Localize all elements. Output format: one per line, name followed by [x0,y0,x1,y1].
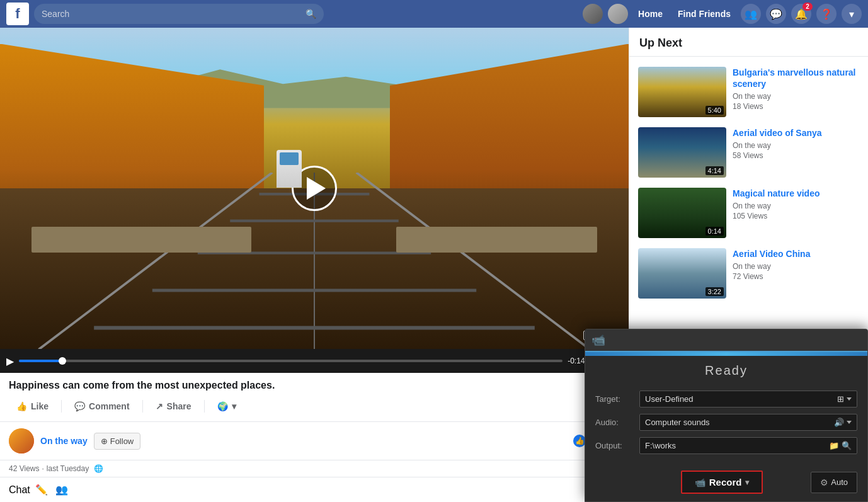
channel-avatar [9,428,34,454]
find-friends-button[interactable]: Find Friends [673,6,736,21]
share-button[interactable]: ↗ Share [148,397,199,415]
time-display: -0:14 [568,357,585,365]
video-info: Happiness can come from the most unexpec… [0,373,629,421]
record-panel-title-bar: 📹 [585,329,867,352]
list-item[interactable]: 4:14 Aerial video of Sanya On the way 58… [629,122,868,183]
chat-bar: Chat ✏️ 👥 [0,477,629,502]
auto-button[interactable]: ⚙ Auto [811,472,857,493]
auto-label: Auto [831,477,848,487]
train-window [280,152,299,165]
thumbnail-1: 5:40 [638,67,726,117]
list-item[interactable]: 0:14 Magical nature video On the way 105… [629,183,868,243]
facebook-logo[interactable]: f [6,3,29,25]
item-views-1: 18 Views [733,102,859,111]
video-actions: 👍 Like 💬 Comment ↗ Share 🌍 ▾ [9,397,620,415]
follow-icon: ⊕ [101,436,108,446]
play-icon [307,177,326,200]
progress-thumb [59,357,66,365]
output-row: Output: F:\works 📁 🔍 [595,437,857,454]
video-container: HD ⛶ [0,28,629,349]
bridge-left [31,227,251,253]
search-bar[interactable]: 🔍 [34,4,324,24]
item-title-1: Bulgaria's marvellous natural scenery [733,67,859,89]
search-input[interactable] [42,9,306,19]
avatar-2[interactable] [608,4,628,24]
audio-row: Audio: Computer sounds 🔊 [595,414,857,431]
audio-select-icons: 🔊 [834,418,852,427]
like-button[interactable]: 👍 Like [9,397,56,415]
item-channel-2: On the way [733,141,859,150]
thumbnail-2: 4:14 [638,127,726,178]
item-title-3: Magical nature video [733,188,859,199]
record-cam-icon: 📹 [695,477,705,488]
search-icon: 🔍 [306,9,316,19]
folder-icon: 📁 [829,441,839,450]
friends-icon[interactable]: 👥 [741,4,761,24]
play-pause-button[interactable]: ▶ [6,355,14,367]
divider-3 [204,400,205,413]
follow-button[interactable]: ⊕ Follow [94,433,141,450]
divider-2 [142,400,143,413]
train [277,150,302,188]
home-button[interactable]: Home [633,6,668,21]
audio-value: Computer sounds [645,418,710,427]
notification-badge: 2 [802,3,813,11]
target-label: Target: [595,394,633,404]
more-icon[interactable]: ▾ [842,4,862,24]
svg-line-1 [357,173,590,350]
avatar[interactable] [583,4,603,24]
avatar-img [9,428,34,454]
video-meta: 42 Views · last Tuesday 🌐 [0,460,629,477]
notifications-icon[interactable]: 🔔 2 [791,4,811,24]
comment-icon: 💬 [74,401,85,411]
list-item[interactable]: 5:40 Bulgaria's marvellous natural scene… [629,62,868,122]
item-views-2: 58 Views [733,151,859,160]
list-item[interactable]: 3:22 Aerial Video China On the way 72 Vi… [629,243,868,304]
share-label: Share [167,401,191,411]
gear-icon: ⚙ [820,477,828,488]
video-controls: ▶ -0:14 🔊 HD [0,349,629,373]
divider-1 [61,400,62,413]
chat-add-icon[interactable]: 👥 [55,484,68,496]
audience-button[interactable]: 🌍 ▾ [210,397,244,415]
thumbnail-4: 3:22 [638,248,726,299]
share-icon: ↗ [156,401,163,411]
target-value: User-Defined [645,394,694,404]
audience-icon: 🌍 [217,401,228,411]
audio-select[interactable]: Computer sounds 🔊 [639,414,857,431]
channel-row: On the way ⊕ Follow 👍 5 1 Sh [0,421,629,460]
help-icon[interactable]: ❓ [816,4,837,24]
output-label: Output: [595,441,633,450]
audience-arrow: ▾ [232,401,236,411]
globe-icon: 🌐 [94,464,103,473]
comment-label: Comment [89,401,130,411]
target-dropdown-arrow [847,397,852,401]
record-panel: 📹 Ready Target: User-Defined ⊞ Audio: Co… [585,329,868,502]
target-select[interactable]: User-Defined ⊞ [639,391,857,408]
item-channel-1: On the way [733,92,859,101]
bridge-right [396,227,597,253]
item-title-4: Aerial Video China [733,248,859,260]
search-output-icon[interactable]: 🔍 [842,441,852,450]
item-info-1: Bulgaria's marvellous natural scenery On… [733,67,859,117]
views-count: 42 Views [9,464,39,473]
item-channel-4: On the way [733,262,859,271]
messenger-icon[interactable]: 💬 [766,4,786,24]
svg-line-0 [39,173,272,350]
camera-icon: 📹 [591,333,605,347]
like-label: Like [31,401,49,411]
record-button[interactable]: 📹 Record ▾ [681,471,763,494]
channel-link[interactable]: On the way [40,436,88,446]
navbar: f 🔍 Home Find Friends 👥 💬 🔔 2 ❓ ▾ [0,0,868,28]
target-icon: ⊞ [837,394,844,404]
item-info-4: Aerial Video China On the way 72 Views [733,248,859,299]
chat-edit-icon[interactable]: ✏️ [35,484,48,496]
record-dropdown-arrow: ▾ [745,478,749,487]
navbar-right: Home Find Friends 👥 💬 🔔 2 ❓ ▾ [583,4,862,24]
video-section: HD ⛶ ▶ -0:14 🔊 HD Happiness can come fro… [0,28,629,502]
comment-button[interactable]: 💬 Comment [67,397,137,415]
progress-bar[interactable] [19,360,562,362]
video-title: Happiness can come from the most unexpec… [9,379,620,392]
output-select[interactable]: F:\works 📁 🔍 [639,437,857,454]
duration-1: 5:40 [705,106,724,115]
